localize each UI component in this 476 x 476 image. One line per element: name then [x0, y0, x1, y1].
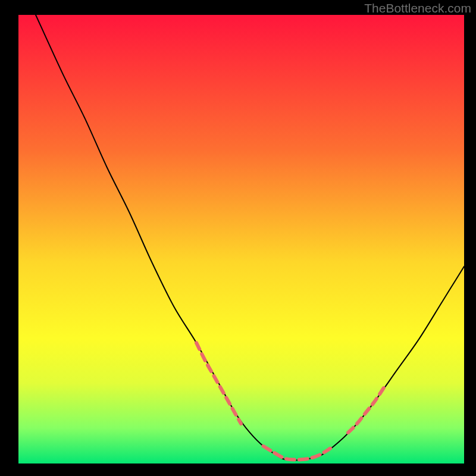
chart-root: TheBottleneck.com [0, 0, 476, 476]
watermark-text: TheBottleneck.com [364, 1, 471, 15]
chart-svg [0, 0, 476, 476]
plot-background [18, 15, 464, 464]
